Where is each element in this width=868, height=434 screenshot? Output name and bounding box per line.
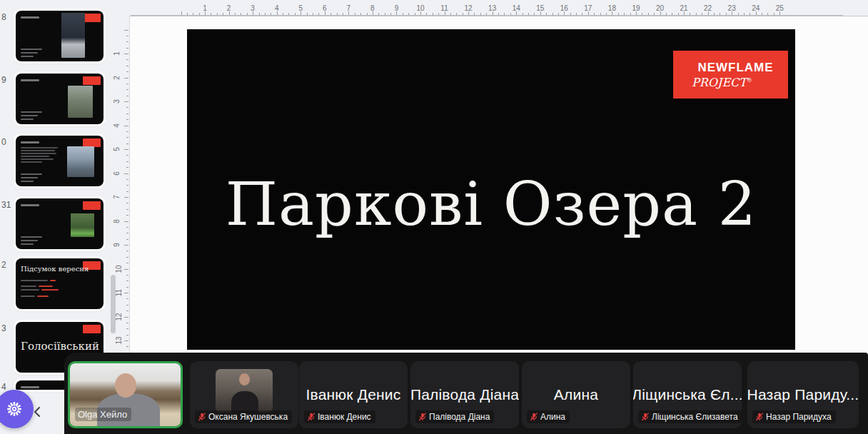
thumb-logo-chip: [83, 201, 101, 210]
ruler-tick: [124, 340, 128, 341]
thumb-text-line: [21, 236, 42, 238]
ruler-tick: [126, 84, 128, 84]
participant-name-label: Палівода Діана: [415, 410, 494, 423]
participant-name-text: Ліщинська Єлизавета: [652, 412, 738, 422]
slide-thumbnail[interactable]: [16, 11, 104, 61]
ruler-number: 12: [115, 313, 123, 321]
thumb-text-line: [21, 243, 34, 245]
ruler-number: 6: [113, 171, 121, 176]
thumb-text-line: [21, 115, 38, 116]
ruler-tick: [126, 107, 128, 108]
thumb-title-line: [21, 79, 39, 81]
ruler-tick: [126, 179, 128, 180]
thumb-text-line: [21, 296, 35, 297]
ruler-number: 13: [115, 337, 123, 345]
slide-number-label: 8: [1, 12, 13, 22]
thumb-photo: [67, 146, 94, 177]
thumb-text-line: [21, 49, 42, 50]
thumb-text-line: [21, 286, 36, 287]
ruler-tick: [126, 239, 128, 240]
filmstrip-scrollbar[interactable]: [111, 275, 116, 333]
participant-tile[interactable]: АлинаАлина: [522, 361, 630, 428]
participant-tile[interactable]: Назар Париду...Назар Паридуха: [747, 361, 859, 428]
ruler-tick: [126, 287, 128, 288]
ruler-tick: [126, 251, 128, 251]
ruler-number: 3: [113, 99, 121, 104]
thumb-title-line: [21, 141, 39, 143]
ruler-tick: [126, 305, 128, 306]
ruler-tick: [124, 126, 128, 126]
ruler-tick: [126, 328, 128, 329]
muted-mic-icon: [530, 413, 538, 421]
thumb-text-line: [21, 118, 34, 120]
thumb-title: Голосіївський: [21, 340, 99, 353]
thumb-title: Підсумок вересня: [21, 265, 89, 273]
thumb-paragraph-line: [21, 153, 56, 154]
thumb-title-line: [21, 386, 39, 388]
thumb-text-line: [21, 52, 38, 54]
participant-tile[interactable]: Оксана Якушевська: [190, 361, 298, 428]
ruler-tick: [126, 161, 128, 162]
logo-text-line2: PROJECT®: [692, 76, 752, 89]
participant-name-text: Назар Паридуха: [766, 412, 832, 422]
ruler-tick: [126, 227, 128, 228]
ruler-number: 2: [113, 76, 121, 80]
ruler-tick: [126, 281, 128, 281]
current-slide[interactable]: Паркові Озера 2 NEWFLAME PROJECT®: [187, 29, 795, 350]
ruler-tick: [126, 113, 128, 114]
ruler-tick: [124, 78, 128, 79]
logo-text-line1: NEWFLAME: [697, 61, 773, 75]
thumb-logo-chip: [83, 76, 101, 85]
ruler-tick: [124, 149, 128, 150]
participant-name-label: Алина: [527, 410, 570, 423]
participant-tile[interactable]: Палівода ДіанаПалівода Діана: [410, 361, 519, 428]
ruler-tick: [126, 215, 128, 216]
ruler-tick: [126, 96, 128, 96]
muted-mic-icon: [641, 413, 650, 421]
slide-number-label: 2: [1, 260, 13, 270]
ruler-tick: [124, 221, 128, 222]
ruler-tick: [126, 36, 128, 36]
ruler-number: 10: [115, 265, 123, 273]
slide-thumbnail[interactable]: [16, 136, 104, 186]
thumb-text-line: [21, 111, 42, 113]
participant-name-label: Назар Паридуха: [752, 410, 836, 423]
ruler-tick: [126, 66, 128, 66]
ruler-tick: [126, 155, 128, 156]
ruler-tick: [126, 89, 128, 90]
participant-tile[interactable]: Іванюк ДенисІванюк Денис: [299, 361, 408, 428]
thumb-paragraph-line: [21, 161, 42, 163]
participant-name-text: Алина: [540, 412, 565, 422]
horizontal-ruler: 1234567891011121314151617181920212223242…: [129, 0, 868, 16]
ruler-tick: [126, 335, 128, 335]
ruler-tick: [124, 197, 128, 198]
person-silhouette: [239, 373, 250, 385]
thumb-title-line: [21, 204, 39, 206]
thumb-photo: [68, 86, 93, 118]
slide-thumbnail[interactable]: [16, 198, 104, 249]
collapse-filmstrip-icon[interactable]: [33, 406, 41, 418]
ruler-number: 4: [113, 123, 121, 128]
thumb-value-line: [37, 296, 49, 297]
slide-thumbnail[interactable]: [16, 74, 104, 124]
participant-name-text: Olga Хейло: [78, 409, 127, 420]
ruler-tick: [126, 257, 128, 258]
ruler-number: 5: [113, 147, 121, 151]
participant-name-label: Оксана Якушевська: [195, 410, 292, 423]
assistant-fab-button[interactable]: [0, 390, 34, 428]
thumb-photo: [71, 213, 94, 237]
person-silhouette: [115, 373, 136, 398]
thumb-text-line: [21, 177, 38, 178]
ruler-tick: [126, 131, 128, 132]
participant-tile[interactable]: Ліщинська Єл...Ліщинська Єлизавета: [633, 361, 742, 428]
ruler-tick: [126, 41, 128, 42]
thumb-text-line: [21, 280, 48, 281]
ruler-number: 7: [113, 195, 121, 199]
thumb-paragraph-line: [21, 147, 58, 148]
participant-tile[interactable]: Olga Хейло: [68, 361, 183, 428]
thumb-logo-chip: [83, 14, 101, 22]
muted-mic-icon: [418, 413, 427, 421]
ruler-number: 9: [113, 243, 121, 247]
slide-thumbnail[interactable]: Підсумок вересня: [16, 258, 104, 309]
ruler-tick: [126, 119, 128, 120]
